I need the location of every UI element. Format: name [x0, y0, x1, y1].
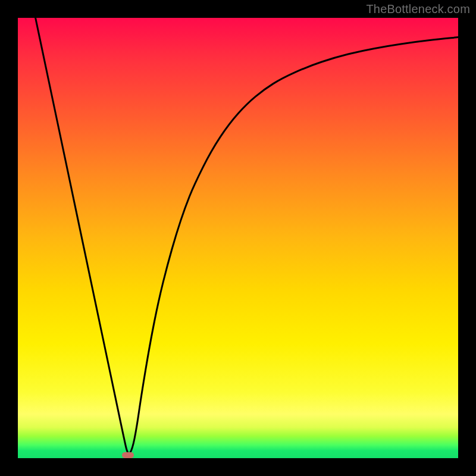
chart-frame: [18, 18, 458, 458]
watermark-text: TheBottleneck.com: [366, 2, 470, 16]
bottleneck-marker: [122, 452, 134, 458]
curve-line: [18, 18, 458, 458]
